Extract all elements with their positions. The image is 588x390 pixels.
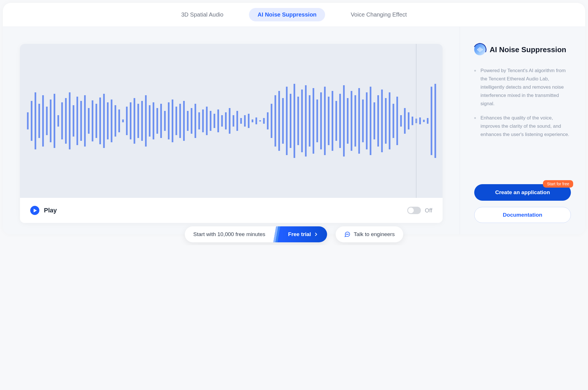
- waveform-display: [20, 44, 443, 198]
- noise-suppression-toggle[interactable]: Off: [407, 207, 432, 214]
- tab-ai-noise-suppression[interactable]: AI Noise Suppression: [249, 8, 325, 21]
- feature-list: Powered by Tencent's AI algorithm from t…: [474, 67, 571, 178]
- documentation-button[interactable]: Documentation: [474, 207, 571, 223]
- feature-card: 3D Spatial Audio AI Noise Suppression Vo…: [3, 3, 585, 234]
- toggle-switch-icon: [407, 207, 421, 214]
- player-controls: Play Off: [20, 198, 443, 223]
- waveform-card: Play Off: [20, 44, 443, 223]
- info-header: AI Noise Suppression: [474, 44, 571, 55]
- info-title: AI Noise Suppression: [490, 45, 566, 54]
- free-trial-button[interactable]: Free trial: [282, 226, 327, 242]
- free-minutes-text: Start with 10,000 free minutes: [185, 231, 265, 237]
- play-label: Play: [44, 207, 57, 214]
- tab-bar: 3D Spatial Audio AI Noise Suppression Vo…: [3, 3, 585, 27]
- demo-panel: Play Off: [3, 27, 460, 234]
- cta-group: Start for free Create an application Doc…: [474, 184, 571, 223]
- info-panel: AI Noise Suppression Powered by Tencent'…: [460, 27, 585, 234]
- tab-voice-changing-effect[interactable]: Voice Changing Effect: [342, 8, 415, 21]
- main-area: Play Off AI Noise Suppression: [3, 27, 585, 234]
- play-icon: [30, 206, 39, 215]
- talk-label: Talk to engineers: [354, 231, 395, 237]
- waveform-icon: [25, 75, 438, 166]
- waveform-divider: [416, 44, 416, 198]
- svg-point-110: [348, 234, 348, 234]
- chevron-right-icon: [314, 232, 318, 236]
- tab-3d-spatial-audio[interactable]: 3D Spatial Audio: [173, 8, 232, 21]
- bottom-cta-bar: Start with 10,000 free minutes Free tria…: [3, 226, 585, 242]
- talk-to-engineers-button[interactable]: Talk to engineers: [336, 226, 404, 242]
- start-free-badge: Start for free: [543, 180, 573, 188]
- feature-item: Enhances the quality of the voice, impro…: [474, 114, 571, 139]
- svg-point-108: [346, 234, 346, 234]
- slash-decoration-icon: [270, 226, 282, 242]
- svg-point-109: [347, 234, 347, 234]
- free-trial-pill: Start with 10,000 free minutes Free tria…: [185, 226, 327, 242]
- chat-icon: [344, 231, 350, 237]
- toggle-label: Off: [425, 207, 432, 214]
- audio-wave-icon: [474, 44, 486, 55]
- play-button[interactable]: Play: [30, 206, 57, 215]
- free-trial-label: Free trial: [288, 231, 311, 237]
- feature-item: Powered by Tencent's AI algorithm from t…: [474, 67, 571, 108]
